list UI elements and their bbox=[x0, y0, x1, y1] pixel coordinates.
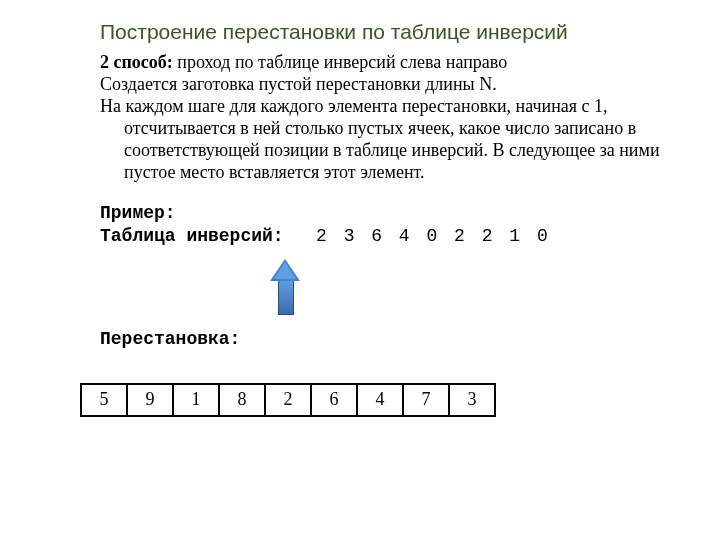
example-block: Пример: Таблица инверсий: 2 3 6 4 0 2 2 … bbox=[100, 202, 680, 249]
up-arrow-icon bbox=[270, 259, 680, 319]
example-label: Пример: bbox=[100, 203, 176, 223]
body-text: 2 способ: проход по таблице инверсий сле… bbox=[100, 52, 680, 184]
perm-cell: 6 bbox=[310, 383, 358, 417]
perm-cell: 9 bbox=[126, 383, 174, 417]
slide-title: Построение перестановки по таблице инвер… bbox=[100, 20, 680, 44]
perm-cell: 5 bbox=[80, 383, 128, 417]
method-tail: проход по таблице инверсий слева направо bbox=[173, 52, 507, 72]
permutation-label: Перестановка: bbox=[100, 329, 680, 349]
perm-cell: 7 bbox=[402, 383, 450, 417]
perm-cell: 4 bbox=[356, 383, 404, 417]
method-lead: 2 способ: bbox=[100, 52, 173, 72]
paragraph-1: Создается заготовка пустой перестановки … bbox=[100, 74, 497, 94]
inversion-table-label: Таблица инверсий: bbox=[100, 226, 284, 246]
inversion-table-values: 2 3 6 4 0 2 2 1 0 bbox=[316, 226, 551, 246]
permutation-row: 5 9 1 8 2 6 4 7 3 bbox=[80, 383, 680, 417]
perm-cell: 2 bbox=[264, 383, 312, 417]
paragraph-2: На каждом шаге для каждого элемента пере… bbox=[100, 96, 680, 184]
perm-cell: 8 bbox=[218, 383, 266, 417]
perm-cell: 1 bbox=[172, 383, 220, 417]
perm-cell: 3 bbox=[448, 383, 496, 417]
